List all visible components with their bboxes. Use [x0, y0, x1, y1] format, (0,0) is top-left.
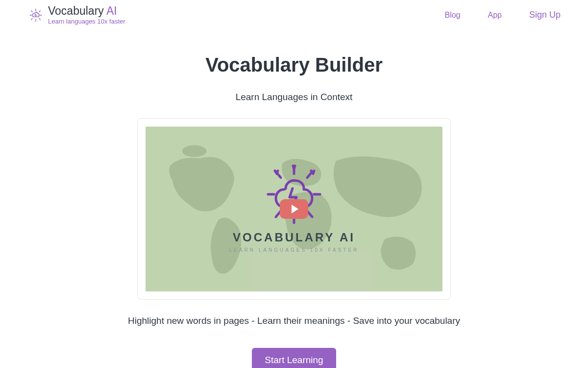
start-learning-button[interactable]: Start Learning — [252, 348, 336, 368]
svg-point-9 — [182, 145, 207, 157]
svg-line-6 — [39, 19, 41, 20]
brand-title: Vocabulary AI — [48, 5, 125, 17]
nav-link-signup[interactable]: Sign Up — [529, 10, 561, 20]
top-nav: Blog App Sign Up — [444, 10, 561, 20]
video-title: VOCABULARY AI — [233, 231, 355, 244]
main-content: Vocabulary Builder Learn Languages in Co… — [0, 30, 588, 368]
hero-title: Vocabulary Builder — [205, 54, 383, 76]
nav-link-app[interactable]: App — [488, 11, 501, 20]
brand-name-part1: Vocabulary — [48, 4, 104, 17]
brand-tagline: Learn languages 10x faster — [48, 18, 125, 25]
brand[interactable]: Vocabulary AI Learn languages 10x faster — [27, 5, 125, 26]
hero-subtitle: Learn Languages in Context — [236, 92, 353, 103]
brand-text: Vocabulary AI Learn languages 10x faster — [48, 5, 125, 26]
svg-line-2 — [39, 10, 41, 12]
svg-line-5 — [31, 19, 33, 20]
play-icon — [292, 205, 298, 213]
svg-line-1 — [31, 10, 33, 12]
nav-link-blog[interactable]: Blog — [444, 11, 460, 20]
header: Vocabulary AI Learn languages 10x faster… — [0, 0, 588, 30]
video-thumbnail[interactable]: VOCABULARY AI LEARN LANGUAGES 10X FASTER — [146, 127, 442, 291]
video-card: VOCABULARY AI LEARN LANGUAGES 10X FASTER — [137, 118, 451, 300]
video-subtitle: LEARN LANGUAGES 10X FASTER — [229, 247, 359, 253]
play-button[interactable] — [280, 199, 308, 219]
hero-description: Highlight new words in pages - Learn the… — [128, 315, 460, 326]
brain-logo-icon — [27, 7, 44, 24]
brand-name-part2: AI — [106, 4, 117, 17]
